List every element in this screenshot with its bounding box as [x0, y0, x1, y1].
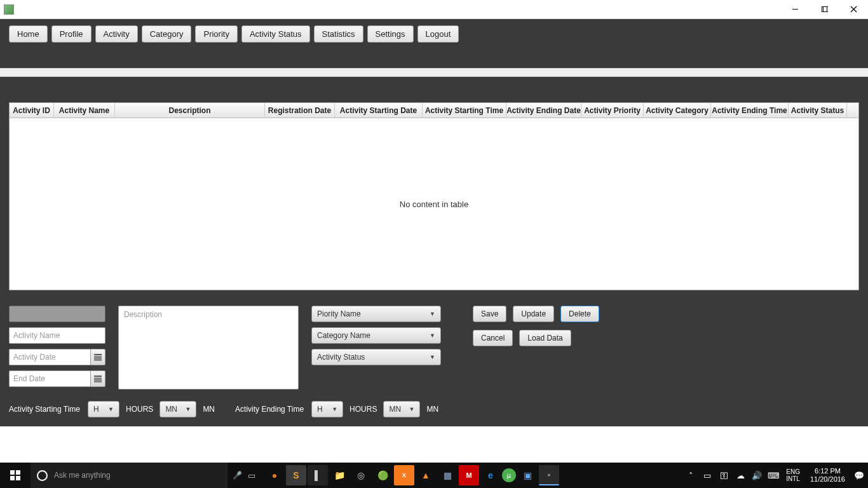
- status-combo-label: Activity Status: [317, 353, 365, 362]
- menu-activity-status[interactable]: Activity Status: [241, 25, 310, 43]
- hours-unit: HOURS: [126, 405, 153, 414]
- app-icon-media[interactable]: ◎: [351, 465, 371, 485]
- app-icon: [4, 4, 14, 15]
- app-icon-utorrent[interactable]: µ: [502, 468, 516, 482]
- search-placeholder: Ask me anything: [54, 471, 111, 480]
- cancel-button[interactable]: Cancel: [473, 330, 513, 346]
- app-icon-misc2[interactable]: ▣: [517, 465, 538, 485]
- app-icon-chrome[interactable]: 🟢: [372, 465, 393, 485]
- svg-rect-5: [10, 470, 15, 475]
- activity-date-calendar-icon[interactable]: [90, 349, 105, 365]
- start-time-label: Activity Starting Time: [9, 405, 80, 414]
- clock-time: 6:12 PM: [815, 467, 841, 475]
- app-icon-xampp[interactable]: X: [394, 465, 414, 485]
- activity-name-input[interactable]: [9, 327, 105, 344]
- chevron-down-icon: ▼: [185, 406, 191, 412]
- task-view-icon[interactable]: ▭: [244, 463, 259, 488]
- chevron-down-icon: ▼: [430, 354, 435, 360]
- app-icon-sublime[interactable]: S: [286, 465, 306, 485]
- tray-wifi-icon[interactable]: ⚿: [716, 463, 731, 488]
- activity-date-input[interactable]: [9, 349, 90, 365]
- combo-value: H: [93, 405, 99, 414]
- app-icon-terminal[interactable]: ▌: [308, 465, 328, 485]
- start-hour-combo[interactable]: H▼: [88, 401, 119, 417]
- end-hour-combo[interactable]: H▼: [311, 401, 343, 417]
- mn-unit: MN: [426, 405, 438, 414]
- activity-id-input: [9, 306, 105, 322]
- save-button[interactable]: Save: [473, 306, 506, 322]
- window-titlebar: [0, 0, 868, 19]
- menu-statistics[interactable]: Statistics: [314, 25, 363, 43]
- menu-priority[interactable]: Priority: [195, 25, 237, 43]
- chevron-down-icon: ▼: [430, 311, 435, 317]
- update-button[interactable]: Update: [513, 306, 554, 322]
- combo-value: MN: [165, 405, 177, 414]
- tray-cloud-icon[interactable]: ☁: [733, 463, 748, 488]
- cortana-icon: [37, 470, 48, 481]
- app-icon-running[interactable]: ▪: [539, 465, 559, 485]
- delete-button[interactable]: Delete: [560, 306, 599, 322]
- svg-rect-8: [16, 476, 20, 480]
- menu-profile[interactable]: Profile: [51, 25, 92, 43]
- table-column-header[interactable]: Description: [115, 103, 265, 118]
- cortana-search[interactable]: Ask me anything: [31, 463, 227, 488]
- table-column-header[interactable]: Activity ID: [10, 103, 54, 118]
- menu-category[interactable]: Category: [142, 25, 192, 43]
- load-data-button[interactable]: Load Data: [519, 330, 571, 346]
- tray-volume-icon[interactable]: 🔊: [749, 463, 764, 488]
- hours-unit: HOURS: [349, 405, 377, 414]
- end-min-combo[interactable]: MN▼: [383, 401, 420, 417]
- chevron-down-icon: ▼: [430, 332, 435, 339]
- menu-home[interactable]: Home: [9, 25, 48, 43]
- tray-keyboard-icon[interactable]: ⌨: [766, 463, 781, 488]
- close-button[interactable]: [839, 0, 868, 19]
- table-column-header[interactable]: Activity Starting Time: [423, 103, 506, 118]
- app-icon-misc1[interactable]: ▦: [437, 465, 458, 485]
- table-column-header[interactable]: Activity Name: [54, 103, 115, 118]
- table-column-header[interactable]: Activity Starting Date: [335, 103, 423, 118]
- table-column-header[interactable]: Activity Ending Date: [506, 103, 581, 118]
- description-textarea[interactable]: Description: [118, 306, 299, 390]
- table-empty-text: No content in table: [10, 118, 858, 290]
- table-column-header[interactable]: Activity Priority: [581, 103, 644, 118]
- tray-battery-icon[interactable]: ▭: [700, 463, 715, 488]
- end-date-calendar-icon[interactable]: [90, 370, 105, 387]
- app-icon-mcafee[interactable]: M: [459, 465, 479, 485]
- tray-notifications-icon[interactable]: 💬: [851, 463, 867, 488]
- app-icon-vlc[interactable]: ▲: [416, 465, 436, 485]
- minimize-button[interactable]: [780, 0, 810, 19]
- status-combo[interactable]: Activity Status ▼: [311, 349, 441, 365]
- menu-bar: Home Profile Activity Category Priority …: [0, 19, 868, 68]
- priority-combo[interactable]: Piority Name ▼: [311, 306, 441, 322]
- category-combo[interactable]: Category Name ▼: [311, 327, 441, 344]
- combo-value: H: [317, 405, 323, 414]
- lang-line2: INTL: [786, 475, 800, 482]
- category-combo-label: Category Name: [317, 331, 370, 340]
- table-header: Activity IDActivity NameDescriptionRegis…: [10, 103, 858, 118]
- app-icon-edge[interactable]: e: [480, 465, 501, 485]
- tray-chevron-up-icon[interactable]: ˄: [683, 463, 698, 488]
- svg-rect-6: [16, 470, 20, 475]
- lang-line1: ENG: [786, 468, 800, 475]
- svg-rect-7: [10, 476, 15, 480]
- chevron-down-icon: ▼: [409, 406, 415, 412]
- table-column-header[interactable]: Registration Date: [265, 103, 335, 118]
- start-min-combo[interactable]: MN▼: [159, 401, 196, 417]
- app-icon-explorer[interactable]: 📁: [329, 465, 349, 485]
- menu-logout[interactable]: Logout: [417, 25, 459, 43]
- mic-icon[interactable]: 🎤: [230, 463, 244, 488]
- app-icon-firefox[interactable]: ●: [264, 465, 285, 485]
- menu-activity[interactable]: Activity: [95, 25, 138, 43]
- tray-clock[interactable]: 6:12 PM 11/20/2016: [805, 467, 850, 484]
- end-date-input[interactable]: [9, 370, 90, 387]
- svg-rect-1: [822, 7, 827, 12]
- table-column-header[interactable]: Activity Status: [789, 103, 847, 118]
- start-button[interactable]: [0, 463, 31, 488]
- tray-language[interactable]: ENG INTL: [782, 468, 804, 482]
- table-column-header[interactable]: Activity Category: [644, 103, 711, 118]
- clock-date: 11/20/2016: [810, 475, 845, 484]
- maximize-button[interactable]: [810, 0, 839, 19]
- table-column-header[interactable]: Activity Ending Time: [711, 103, 789, 118]
- menu-settings[interactable]: Settings: [367, 25, 414, 43]
- activity-table[interactable]: Activity IDActivity NameDescriptionRegis…: [9, 102, 859, 290]
